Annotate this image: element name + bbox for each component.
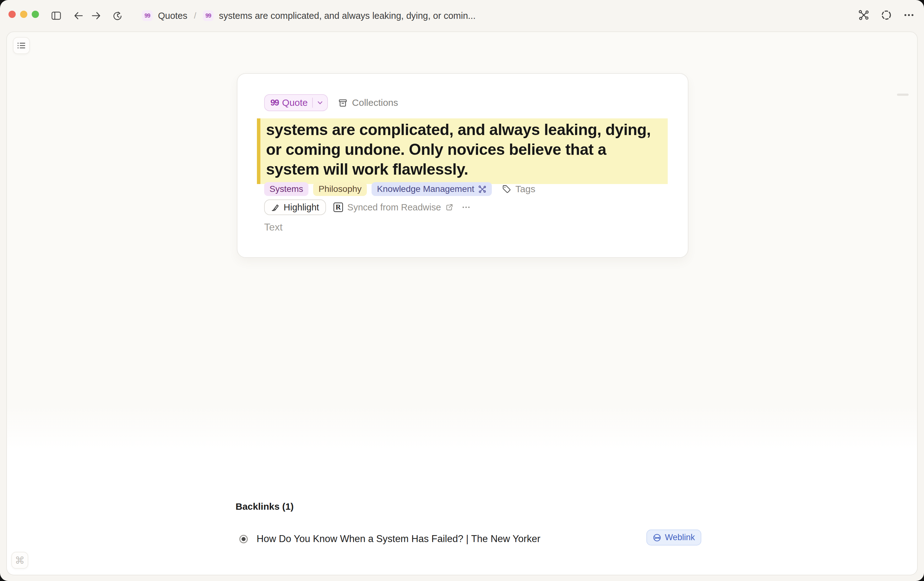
backlink-row[interactable]: How Do You Know When a System Has Failed… xyxy=(239,532,541,546)
command-palette-button[interactable]: ⌘ xyxy=(11,552,28,569)
graph-view-icon[interactable] xyxy=(858,10,870,22)
breadcrumb-current[interactable]: systems are complicated, and always leak… xyxy=(219,11,475,21)
object-type-row: 99 Quote Collections xyxy=(264,94,398,112)
titlebar: 99 Quotes / 99 systems are complicated, … xyxy=(0,0,924,31)
quote-card: 99 Quote Collections xyxy=(237,73,688,258)
more-options-icon[interactable] xyxy=(903,10,914,22)
command-icon: ⌘ xyxy=(15,556,25,565)
quote-title-block[interactable]: systems are complicated, and always leak… xyxy=(257,119,668,184)
breadcrumb: 99 Quotes / 99 systems are complicated, … xyxy=(142,0,475,31)
object-type-badge[interactable]: 99 Quote xyxy=(264,94,328,111)
external-link-icon[interactable] xyxy=(446,203,453,211)
outline-button[interactable] xyxy=(13,37,30,54)
badge-divider xyxy=(312,98,313,108)
weblink-badge-label: Weblink xyxy=(665,533,695,542)
readwise-logo: R xyxy=(333,203,343,212)
tag-label: Systems xyxy=(269,184,303,194)
titlebar-actions xyxy=(858,0,914,31)
tag-label: Knowledge Management xyxy=(377,184,474,194)
graph-icon xyxy=(478,185,487,193)
quote-glyph-icon: 99 xyxy=(271,98,279,108)
quote-type-icon: 99 xyxy=(203,10,214,21)
highlight-button-label: Highlight xyxy=(284,202,319,213)
tag-pill[interactable]: Knowledge Management xyxy=(371,182,492,196)
breadcrumb-separator: / xyxy=(194,11,196,21)
sidebar-toggle-icon[interactable] xyxy=(51,11,61,20)
highlight-button[interactable]: Highlight xyxy=(264,200,326,215)
weblink-object-icon-dot xyxy=(241,537,246,541)
more-properties-icon[interactable] xyxy=(461,203,471,212)
tag-icon xyxy=(502,184,512,194)
weblink-type-badge[interactable]: Weblink xyxy=(646,530,701,546)
add-tags-button[interactable]: Tags xyxy=(502,184,535,195)
backlinks-heading: Backlinks (1) xyxy=(236,501,294,512)
quote-type-icon: 99 xyxy=(142,10,153,21)
weblink-object-icon xyxy=(239,535,248,543)
tags-row: Systems Philosophy Knowledge Management xyxy=(264,182,535,196)
backlink-title[interactable]: How Do You Know When a System Has Failed… xyxy=(257,533,541,545)
collections-box-icon xyxy=(338,98,348,108)
collections-button[interactable]: Collections xyxy=(338,97,398,108)
traffic-lights xyxy=(8,11,39,18)
back-icon[interactable] xyxy=(74,11,84,20)
zoom-window-button[interactable] xyxy=(32,11,39,18)
quote-title[interactable]: systems are complicated, and always leak… xyxy=(261,119,668,184)
synced-from-readwise-label: Synced from Readwise xyxy=(347,202,441,213)
content-panel: ⌘ 99 Quote xyxy=(6,31,918,575)
forward-icon[interactable] xyxy=(91,11,101,20)
breadcrumb-root[interactable]: Quotes xyxy=(158,11,188,21)
highlighter-icon xyxy=(271,203,280,212)
readwise-source[interactable]: R Synced from Readwise xyxy=(333,202,453,213)
tag-pill[interactable]: Systems xyxy=(264,182,309,196)
scroll-position-indicator[interactable] xyxy=(897,94,909,96)
collections-label: Collections xyxy=(352,97,398,108)
globe-icon xyxy=(653,533,662,542)
sync-status-icon[interactable] xyxy=(881,10,892,22)
app-window: 99 Quotes / 99 systems are complicated, … xyxy=(0,0,924,581)
minimize-window-button[interactable] xyxy=(20,11,27,18)
tags-label: Tags xyxy=(515,184,535,195)
tag-label: Philosophy xyxy=(318,184,361,194)
object-type-label: Quote xyxy=(282,97,308,108)
highlight-left-bar xyxy=(257,119,261,184)
close-window-button[interactable] xyxy=(8,11,16,18)
tag-pill[interactable]: Philosophy xyxy=(313,182,367,196)
history-icon[interactable] xyxy=(112,10,123,21)
chevron-down-icon[interactable] xyxy=(317,99,323,106)
property-row: Highlight R Synced from Readwise xyxy=(264,200,471,215)
text-placeholder[interactable]: Text xyxy=(264,221,283,233)
